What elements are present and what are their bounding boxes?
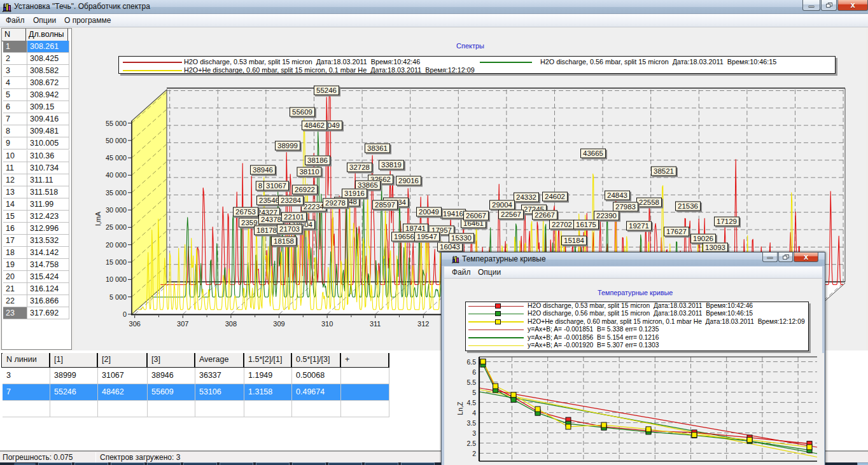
svg-text:15 000: 15 000 bbox=[106, 258, 127, 266]
svg-text:0: 0 bbox=[123, 310, 127, 318]
svg-text:306: 306 bbox=[129, 320, 141, 328]
svg-text:310: 310 bbox=[321, 320, 333, 328]
svg-text:3.5: 3.5 bbox=[466, 419, 476, 427]
svg-text:2.5: 2.5 bbox=[466, 440, 476, 447]
svg-text:Ln,Z: Ln,Z bbox=[456, 401, 464, 415]
svg-text:5: 5 bbox=[472, 389, 476, 396]
svg-text:55 000: 55 000 bbox=[106, 120, 127, 127]
svg-text:3: 3 bbox=[472, 429, 476, 437]
svg-text:40 000: 40 000 bbox=[106, 171, 127, 179]
svg-text:4: 4 bbox=[472, 409, 476, 417]
svg-text:45 000: 45 000 bbox=[106, 154, 127, 162]
svg-text:30 000: 30 000 bbox=[106, 206, 127, 214]
svg-text:2: 2 bbox=[472, 450, 476, 457]
svg-text:307: 307 bbox=[177, 320, 188, 328]
svg-text:5 000: 5 000 bbox=[109, 293, 127, 301]
svg-text:308: 308 bbox=[225, 320, 237, 328]
svg-text:50 000: 50 000 bbox=[106, 137, 127, 144]
svg-text:6.5: 6.5 bbox=[466, 358, 476, 366]
svg-text:10 000: 10 000 bbox=[106, 275, 127, 283]
svg-text:311: 311 bbox=[370, 320, 381, 328]
svg-text:4.5: 4.5 bbox=[466, 399, 476, 406]
svg-text:I,mA: I,mA bbox=[94, 211, 102, 226]
svg-text:20 000: 20 000 bbox=[106, 241, 127, 249]
svg-text:309: 309 bbox=[273, 320, 284, 328]
svg-text:5.5: 5.5 bbox=[466, 378, 476, 386]
svg-text:35 000: 35 000 bbox=[106, 189, 127, 197]
svg-text:25 000: 25 000 bbox=[106, 223, 127, 231]
svg-text:312: 312 bbox=[417, 320, 429, 328]
svg-text:6: 6 bbox=[472, 368, 476, 376]
